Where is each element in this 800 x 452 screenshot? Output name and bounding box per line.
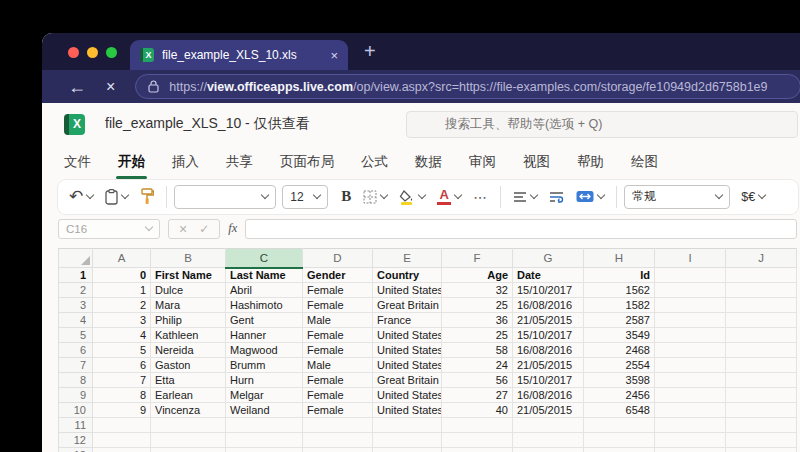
row-header-6[interactable]: 6 — [59, 343, 93, 358]
cell-I12[interactable] — [655, 433, 726, 448]
cell-E4[interactable]: France — [373, 313, 442, 328]
cell-G5[interactable]: 15/10/2017 — [513, 328, 584, 343]
cell-C8[interactable]: Hurn — [226, 373, 303, 388]
cell-J13[interactable] — [726, 448, 797, 452]
cell-H8[interactable]: 3598 — [584, 373, 655, 388]
cell-I3[interactable] — [655, 298, 726, 313]
cell-C4[interactable]: Gent — [226, 313, 303, 328]
cell-I10[interactable] — [655, 403, 726, 418]
cell-F3[interactable]: 25 — [442, 298, 513, 313]
font-color-button[interactable]: A — [432, 183, 466, 211]
borders-button[interactable] — [358, 183, 392, 211]
cell-J7[interactable] — [726, 358, 797, 373]
cell-I9[interactable] — [655, 388, 726, 403]
ribbon-tab-绘图[interactable]: 绘图 — [631, 153, 658, 171]
cell-E7[interactable]: United States — [373, 358, 442, 373]
cell-D3[interactable]: Female — [303, 298, 373, 313]
cell-B3[interactable]: Mara — [151, 298, 226, 313]
cell-F5[interactable]: 25 — [442, 328, 513, 343]
cell-D5[interactable]: Female — [303, 328, 373, 343]
cell-I13[interactable] — [655, 448, 726, 452]
cell-F9[interactable]: 27 — [442, 388, 513, 403]
stop-icon[interactable]: × — [106, 79, 115, 95]
maximize-window-button[interactable] — [106, 47, 117, 58]
cell-I8[interactable] — [655, 373, 726, 388]
url-bar[interactable]: https://view.officeapps.live.com/op/view… — [135, 74, 800, 99]
back-icon[interactable]: ← — [68, 78, 86, 96]
column-header-D[interactable]: D — [303, 249, 373, 268]
row-header-8[interactable]: 8 — [59, 373, 93, 388]
cell-G10[interactable]: 21/05/2015 — [513, 403, 584, 418]
cell-C13[interactable] — [226, 448, 303, 452]
cell-F8[interactable]: 56 — [442, 373, 513, 388]
cell-E1[interactable]: Country — [373, 268, 442, 283]
cell-E3[interactable]: Great Britain — [373, 298, 442, 313]
cell-D4[interactable]: Male — [303, 313, 373, 328]
cell-D8[interactable]: Female — [303, 373, 373, 388]
bold-button[interactable]: B — [336, 183, 356, 211]
cell-H2[interactable]: 1562 — [584, 283, 655, 298]
cell-A6[interactable]: 5 — [93, 343, 151, 358]
cell-I1[interactable] — [655, 268, 726, 283]
cell-G7[interactable]: 21/05/2015 — [513, 358, 584, 373]
cell-I2[interactable] — [655, 283, 726, 298]
cell-I6[interactable] — [655, 343, 726, 358]
cell-D11[interactable] — [303, 418, 373, 433]
cell-C12[interactable] — [226, 433, 303, 448]
cell-G2[interactable]: 15/10/2017 — [513, 283, 584, 298]
column-header-E[interactable]: E — [373, 249, 442, 268]
cell-G1[interactable]: Date — [513, 268, 584, 283]
font-name-select[interactable] — [174, 185, 276, 209]
ribbon-tab-页面布局[interactable]: 页面布局 — [280, 153, 334, 171]
cell-B10[interactable]: Vincenza — [151, 403, 226, 418]
cell-A9[interactable]: 8 — [93, 388, 151, 403]
column-header-A[interactable]: A — [93, 249, 151, 268]
cell-C6[interactable]: Magwood — [226, 343, 303, 358]
cell-B1[interactable]: First Name — [151, 268, 226, 283]
row-header-12[interactable]: 12 — [59, 433, 93, 448]
cell-B2[interactable]: Dulce — [151, 283, 226, 298]
new-tab-button[interactable]: + — [364, 41, 376, 61]
minimize-window-button[interactable] — [87, 47, 98, 58]
cell-G6[interactable]: 16/08/2016 — [513, 343, 584, 358]
cell-E8[interactable]: Great Britain — [373, 373, 442, 388]
ribbon-tab-文件[interactable]: 文件 — [64, 153, 91, 171]
column-header-C[interactable]: C — [226, 249, 303, 268]
cell-E9[interactable]: United States — [373, 388, 442, 403]
format-painter-button[interactable] — [135, 183, 159, 211]
cell-G9[interactable]: 16/08/2016 — [513, 388, 584, 403]
cell-E2[interactable]: United States — [373, 283, 442, 298]
cell-D7[interactable]: Male — [303, 358, 373, 373]
cell-A3[interactable]: 2 — [93, 298, 151, 313]
wrap-text-button[interactable] — [544, 183, 569, 211]
cell-B7[interactable]: Gaston — [151, 358, 226, 373]
cell-D10[interactable]: Female — [303, 403, 373, 418]
cell-C5[interactable]: Hanner — [226, 328, 303, 343]
ribbon-tab-审阅[interactable]: 审阅 — [469, 153, 496, 171]
ribbon-tab-帮助[interactable]: 帮助 — [577, 153, 604, 171]
cell-J9[interactable] — [726, 388, 797, 403]
cell-E13[interactable] — [373, 448, 442, 452]
cell-A7[interactable]: 6 — [93, 358, 151, 373]
cell-F1[interactable]: Age — [442, 268, 513, 283]
cell-B11[interactable] — [151, 418, 226, 433]
insert-function-button[interactable]: fx — [228, 221, 237, 236]
ribbon-tab-开始[interactable]: 开始 — [118, 153, 145, 171]
cell-B4[interactable]: Philip — [151, 313, 226, 328]
cell-J5[interactable] — [726, 328, 797, 343]
cell-F6[interactable]: 58 — [442, 343, 513, 358]
cell-E10[interactable]: United States — [373, 403, 442, 418]
cell-H5[interactable]: 3549 — [584, 328, 655, 343]
cell-G12[interactable] — [513, 433, 584, 448]
cell-A4[interactable]: 3 — [93, 313, 151, 328]
tab-close-icon[interactable]: × — [330, 48, 338, 63]
search-input[interactable]: 搜索工具、帮助等(选项 + Q) — [406, 111, 798, 138]
row-header-1[interactable]: 1 — [59, 268, 93, 283]
row-header-4[interactable]: 4 — [59, 313, 93, 328]
cell-G3[interactable]: 16/08/2016 — [513, 298, 584, 313]
cell-C7[interactable]: Brumm — [226, 358, 303, 373]
ribbon-tab-数据[interactable]: 数据 — [415, 153, 442, 171]
cell-H6[interactable]: 2468 — [584, 343, 655, 358]
row-header-11[interactable]: 11 — [59, 418, 93, 433]
cell-J10[interactable] — [726, 403, 797, 418]
